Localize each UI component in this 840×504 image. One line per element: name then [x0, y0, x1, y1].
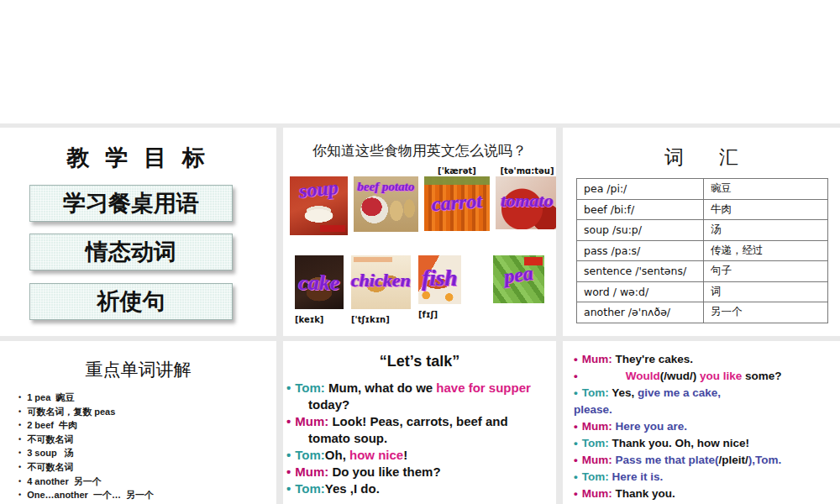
vocab-meaning-cell: 另一个 [704, 302, 828, 323]
phonetic-label: [keɪk] [295, 314, 344, 325]
dialogue-text: how nice [349, 448, 403, 462]
dialogue-text: ! [403, 448, 407, 462]
dialogue-text: Oh, [325, 448, 349, 462]
talk-lines: •Tom: Mum, what do we have for supper to… [286, 380, 538, 497]
panel-vocab: 词 汇 pea /pi:/豌豆beef /bi:f/牛肉soup /su:p/汤… [563, 128, 840, 336]
bullet-icon: • [18, 449, 21, 457]
dialogue-text: Tom: [295, 381, 325, 395]
food-row-2: cake[keɪk]chicken['tʃɪkɪn]fish[fɪʃ]pea [295, 255, 556, 325]
keyword-item: •4 another 另一个 [18, 475, 276, 489]
dialogue-text: Tom: [582, 386, 609, 399]
keywords-title: 重点单词讲解 [0, 358, 276, 381]
bullet-icon: • [18, 421, 21, 429]
dialogue-text: Mum: [582, 353, 612, 365]
dialogue-text: Yes ,I do. [325, 481, 380, 496]
dialogue-text: please. [574, 403, 612, 416]
dialogue-text: Would [626, 370, 660, 382]
watermark [354, 257, 392, 262]
bullet-icon: • [18, 463, 21, 471]
carrot-photo: carrot [424, 176, 490, 231]
food-word-overlay: beef potato [354, 180, 418, 194]
dialogue-text: you like [696, 370, 742, 382]
bullet-icon: • [574, 470, 578, 483]
foods-title: 你知道这些食物用英文怎么说吗？ [283, 141, 556, 160]
bullet-icon: • [574, 454, 578, 466]
vocab-word-cell: another /ə'nʌðə/ [577, 302, 704, 323]
dialogue-text: Mum: [582, 487, 612, 500]
vocab-word-cell: pea /pi:/ [577, 179, 704, 200]
bullet-icon: • [574, 386, 578, 399]
vocab-table: pea /pi:/豌豆beef /bi:f/牛肉soup /su:p/汤pass… [576, 178, 828, 323]
vocab-meaning-cell: 传递，经过 [704, 240, 828, 261]
vocab-row: beef /bi:f/牛肉 [577, 199, 828, 220]
food-figure: pea [493, 255, 544, 319]
pea-photo: pea [493, 255, 544, 303]
vocab-meaning-cell: 词 [704, 281, 828, 302]
cake-photo: cake [295, 255, 344, 309]
dialogue2-lines: •Mum: They're cakes.•Would(/wud/) you li… [574, 351, 836, 502]
dialogue-line: •Mum: Thank you. [574, 486, 836, 502]
vocab-title: 词 汇 [563, 144, 840, 171]
bullet-icon: • [286, 448, 291, 462]
panel-dialogue-2: •Mum: They're cakes.•Would(/wud/) you li… [563, 341, 840, 504]
chicken-photo: chicken [351, 255, 411, 309]
keyword-item: •1 pea 豌豆 [18, 391, 276, 405]
dialogue-text: Thank you. Oh, how nice! [609, 437, 749, 449]
vocab-word-cell: sentence /'sentəns/ [577, 261, 704, 282]
food-figure: cake[keɪk] [295, 255, 344, 325]
dialogue-text: Tom. [755, 454, 781, 466]
dialogue-text: Yes, [609, 386, 638, 399]
vocab-word-cell: soup /su:p/ [577, 220, 704, 241]
fish-photo: fish [418, 255, 461, 304]
keyword-item: •2 beef 牛肉 [18, 418, 276, 433]
panel-keywords: 重点单词讲解 •1 pea 豌豆•可数名词，复数 peas•2 beef 牛肉•… [0, 341, 276, 504]
food-figure: ['kærət]carrot [424, 165, 490, 231]
bullet-icon: • [286, 381, 291, 395]
dialogue-line: •Tom: Here it is. [574, 469, 836, 486]
vocab-row: soup /su:p/汤 [577, 220, 828, 241]
food-word-overlay: fish [418, 265, 461, 291]
objective-box: 情态动词 [29, 234, 233, 270]
vocab-row: sentence /'sentəns/句子 [577, 261, 828, 282]
bullet-icon: • [18, 407, 21, 416]
dialogue-text: Tom: [582, 470, 609, 483]
vocab-row: pea /pi:/豌豆 [577, 179, 828, 200]
keyword-item: •不可数名词 [18, 460, 276, 475]
vocab-word-cell: word / wə:d/ [577, 281, 704, 302]
dialogue-text: Mum: [295, 465, 328, 479]
dialogue-text: Mum, what do we [325, 381, 437, 395]
objective-box: 祈使句 [29, 283, 233, 320]
dialogue-line: •Would(/wud/) you like some? [574, 368, 836, 385]
bullet-icon: • [286, 481, 291, 496]
dialogue-text: Tom: [582, 437, 609, 449]
dialogue-text: Pass me that plate( [612, 454, 719, 466]
panel-lets-talk: “Let’s talk” •Tom: Mum, what do we have … [283, 341, 556, 504]
keyword-item: •可数名词，复数 peas [18, 405, 276, 419]
bullet-icon: • [574, 487, 578, 500]
phonetic-label: ['kærət] [424, 165, 490, 176]
keyword-item: •3 soup 汤 [18, 446, 276, 460]
objectives-title: 教 学 目 标 [0, 143, 276, 173]
panel-objectives: 教 学 目 标 学习餐桌用语情态动词祈使句 [0, 128, 276, 336]
dialogue-text: Tom: [295, 448, 325, 462]
phonetic-label [493, 308, 544, 319]
tomato-photo: tomato [496, 176, 556, 229]
vocab-meaning-cell: 句子 [704, 261, 828, 282]
food-figure: fish[fɪʃ] [418, 255, 461, 320]
phonetic-label: ['tʃɪkɪn] [351, 314, 411, 325]
dialogue-text: have for supper [436, 381, 531, 395]
bullet-icon: • [286, 465, 291, 479]
bullet-icon: • [286, 414, 291, 428]
bullet-icon: • [574, 353, 578, 365]
phonetic-label [354, 165, 418, 176]
beefpotato-photo: beef potato [354, 176, 418, 232]
food-figure: chicken['tʃɪkɪn] [351, 255, 411, 325]
dialogue-line: •Mum: They're cakes. [574, 351, 836, 368]
phonetic-label: [fɪʃ] [418, 309, 461, 320]
bullet-icon: • [18, 393, 21, 402]
food-word-overlay: carrot [423, 189, 491, 216]
dialogue-text: Do you like them? [328, 465, 440, 479]
dialogue-text: Here you are. [612, 420, 687, 433]
vocab-row: word / wə:d/词 [577, 281, 828, 302]
dialogue-line: •Mum: Look! Peas, carrots, beef and toma… [286, 413, 538, 447]
